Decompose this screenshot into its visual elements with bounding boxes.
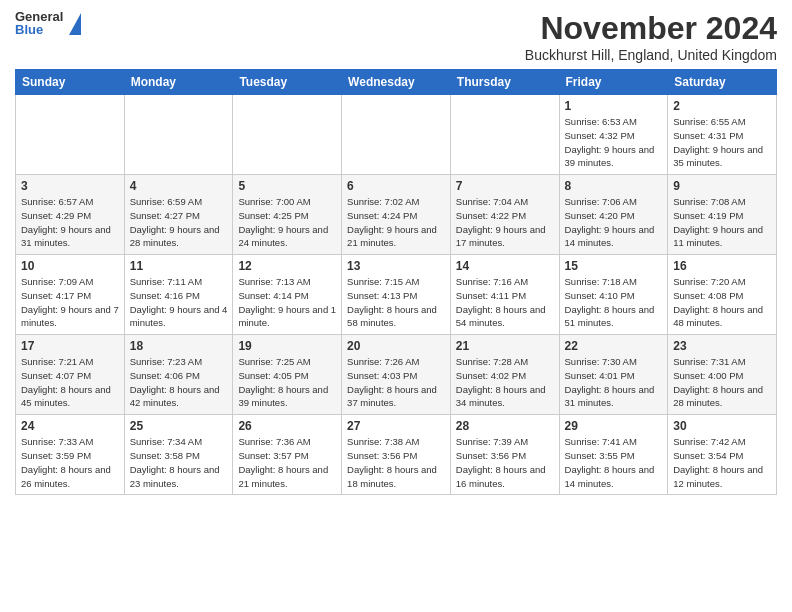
day-info: Sunrise: 7:38 AM Sunset: 3:56 PM Dayligh…: [347, 435, 445, 490]
calendar-cell: 13Sunrise: 7:15 AM Sunset: 4:13 PM Dayli…: [342, 255, 451, 335]
day-number: 12: [238, 259, 336, 273]
calendar-cell: 14Sunrise: 7:16 AM Sunset: 4:11 PM Dayli…: [450, 255, 559, 335]
calendar-cell: 19Sunrise: 7:25 AM Sunset: 4:05 PM Dayli…: [233, 335, 342, 415]
day-number: 19: [238, 339, 336, 353]
calendar-cell: 9Sunrise: 7:08 AM Sunset: 4:19 PM Daylig…: [668, 175, 777, 255]
calendar-cell: 16Sunrise: 7:20 AM Sunset: 4:08 PM Dayli…: [668, 255, 777, 335]
day-info: Sunrise: 7:31 AM Sunset: 4:00 PM Dayligh…: [673, 355, 771, 410]
day-number: 3: [21, 179, 119, 193]
calendar-cell: [233, 95, 342, 175]
day-info: Sunrise: 7:23 AM Sunset: 4:06 PM Dayligh…: [130, 355, 228, 410]
day-info: Sunrise: 6:59 AM Sunset: 4:27 PM Dayligh…: [130, 195, 228, 250]
day-number: 4: [130, 179, 228, 193]
day-number: 8: [565, 179, 663, 193]
day-number: 10: [21, 259, 119, 273]
calendar-cell: 25Sunrise: 7:34 AM Sunset: 3:58 PM Dayli…: [124, 415, 233, 495]
location: Buckhurst Hill, England, United Kingdom: [525, 47, 777, 63]
day-number: 26: [238, 419, 336, 433]
calendar-cell: 23Sunrise: 7:31 AM Sunset: 4:00 PM Dayli…: [668, 335, 777, 415]
week-row-1: 1Sunrise: 6:53 AM Sunset: 4:32 PM Daylig…: [16, 95, 777, 175]
day-info: Sunrise: 7:36 AM Sunset: 3:57 PM Dayligh…: [238, 435, 336, 490]
day-number: 16: [673, 259, 771, 273]
day-info: Sunrise: 7:15 AM Sunset: 4:13 PM Dayligh…: [347, 275, 445, 330]
day-info: Sunrise: 7:02 AM Sunset: 4:24 PM Dayligh…: [347, 195, 445, 250]
calendar-cell: 21Sunrise: 7:28 AM Sunset: 4:02 PM Dayli…: [450, 335, 559, 415]
calendar-cell: 10Sunrise: 7:09 AM Sunset: 4:17 PM Dayli…: [16, 255, 125, 335]
main-container: General Blue November 2024 Buckhurst Hil…: [0, 0, 792, 500]
day-info: Sunrise: 7:33 AM Sunset: 3:59 PM Dayligh…: [21, 435, 119, 490]
logo: General Blue: [15, 10, 81, 36]
day-number: 29: [565, 419, 663, 433]
day-number: 30: [673, 419, 771, 433]
day-info: Sunrise: 7:42 AM Sunset: 3:54 PM Dayligh…: [673, 435, 771, 490]
day-info: Sunrise: 7:28 AM Sunset: 4:02 PM Dayligh…: [456, 355, 554, 410]
week-row-5: 24Sunrise: 7:33 AM Sunset: 3:59 PM Dayli…: [16, 415, 777, 495]
day-number: 11: [130, 259, 228, 273]
day-number: 25: [130, 419, 228, 433]
day-info: Sunrise: 7:20 AM Sunset: 4:08 PM Dayligh…: [673, 275, 771, 330]
calendar-cell: 30Sunrise: 7:42 AM Sunset: 3:54 PM Dayli…: [668, 415, 777, 495]
day-number: 1: [565, 99, 663, 113]
title-block: November 2024 Buckhurst Hill, England, U…: [525, 10, 777, 63]
logo-triangle-icon: [69, 13, 81, 35]
day-info: Sunrise: 7:00 AM Sunset: 4:25 PM Dayligh…: [238, 195, 336, 250]
calendar-cell: 8Sunrise: 7:06 AM Sunset: 4:20 PM Daylig…: [559, 175, 668, 255]
day-number: 21: [456, 339, 554, 353]
day-info: Sunrise: 6:57 AM Sunset: 4:29 PM Dayligh…: [21, 195, 119, 250]
calendar-table: Sunday Monday Tuesday Wednesday Thursday…: [15, 69, 777, 495]
logo-text: General Blue: [15, 10, 63, 36]
day-info: Sunrise: 7:30 AM Sunset: 4:01 PM Dayligh…: [565, 355, 663, 410]
calendar-cell: 28Sunrise: 7:39 AM Sunset: 3:56 PM Dayli…: [450, 415, 559, 495]
day-info: Sunrise: 7:11 AM Sunset: 4:16 PM Dayligh…: [130, 275, 228, 330]
col-thursday: Thursday: [450, 70, 559, 95]
day-info: Sunrise: 7:34 AM Sunset: 3:58 PM Dayligh…: [130, 435, 228, 490]
day-info: Sunrise: 7:16 AM Sunset: 4:11 PM Dayligh…: [456, 275, 554, 330]
day-number: 2: [673, 99, 771, 113]
day-info: Sunrise: 7:21 AM Sunset: 4:07 PM Dayligh…: [21, 355, 119, 410]
calendar-cell: 26Sunrise: 7:36 AM Sunset: 3:57 PM Dayli…: [233, 415, 342, 495]
calendar-cell: [342, 95, 451, 175]
day-info: Sunrise: 7:18 AM Sunset: 4:10 PM Dayligh…: [565, 275, 663, 330]
day-number: 18: [130, 339, 228, 353]
calendar-cell: 1Sunrise: 6:53 AM Sunset: 4:32 PM Daylig…: [559, 95, 668, 175]
calendar-cell: 18Sunrise: 7:23 AM Sunset: 4:06 PM Dayli…: [124, 335, 233, 415]
calendar-cell: [450, 95, 559, 175]
day-info: Sunrise: 7:06 AM Sunset: 4:20 PM Dayligh…: [565, 195, 663, 250]
col-monday: Monday: [124, 70, 233, 95]
calendar-cell: 7Sunrise: 7:04 AM Sunset: 4:22 PM Daylig…: [450, 175, 559, 255]
day-info: Sunrise: 6:55 AM Sunset: 4:31 PM Dayligh…: [673, 115, 771, 170]
calendar-cell: 2Sunrise: 6:55 AM Sunset: 4:31 PM Daylig…: [668, 95, 777, 175]
day-number: 5: [238, 179, 336, 193]
day-number: 13: [347, 259, 445, 273]
day-info: Sunrise: 7:04 AM Sunset: 4:22 PM Dayligh…: [456, 195, 554, 250]
day-number: 22: [565, 339, 663, 353]
calendar-cell: 17Sunrise: 7:21 AM Sunset: 4:07 PM Dayli…: [16, 335, 125, 415]
week-row-3: 10Sunrise: 7:09 AM Sunset: 4:17 PM Dayli…: [16, 255, 777, 335]
calendar-cell: 5Sunrise: 7:00 AM Sunset: 4:25 PM Daylig…: [233, 175, 342, 255]
month-title: November 2024: [525, 10, 777, 47]
day-info: Sunrise: 7:26 AM Sunset: 4:03 PM Dayligh…: [347, 355, 445, 410]
logo-blue: Blue: [15, 23, 63, 36]
calendar-cell: 12Sunrise: 7:13 AM Sunset: 4:14 PM Dayli…: [233, 255, 342, 335]
day-info: Sunrise: 6:53 AM Sunset: 4:32 PM Dayligh…: [565, 115, 663, 170]
calendar-cell: 27Sunrise: 7:38 AM Sunset: 3:56 PM Dayli…: [342, 415, 451, 495]
calendar-cell: 24Sunrise: 7:33 AM Sunset: 3:59 PM Dayli…: [16, 415, 125, 495]
col-friday: Friday: [559, 70, 668, 95]
day-number: 28: [456, 419, 554, 433]
day-number: 15: [565, 259, 663, 273]
day-number: 27: [347, 419, 445, 433]
calendar-cell: 20Sunrise: 7:26 AM Sunset: 4:03 PM Dayli…: [342, 335, 451, 415]
calendar-cell: 4Sunrise: 6:59 AM Sunset: 4:27 PM Daylig…: [124, 175, 233, 255]
day-number: 24: [21, 419, 119, 433]
day-info: Sunrise: 7:25 AM Sunset: 4:05 PM Dayligh…: [238, 355, 336, 410]
col-saturday: Saturday: [668, 70, 777, 95]
day-number: 14: [456, 259, 554, 273]
calendar-cell: 15Sunrise: 7:18 AM Sunset: 4:10 PM Dayli…: [559, 255, 668, 335]
day-number: 9: [673, 179, 771, 193]
day-number: 23: [673, 339, 771, 353]
day-info: Sunrise: 7:09 AM Sunset: 4:17 PM Dayligh…: [21, 275, 119, 330]
calendar-cell: 29Sunrise: 7:41 AM Sunset: 3:55 PM Dayli…: [559, 415, 668, 495]
calendar-cell: 6Sunrise: 7:02 AM Sunset: 4:24 PM Daylig…: [342, 175, 451, 255]
day-number: 17: [21, 339, 119, 353]
day-info: Sunrise: 7:08 AM Sunset: 4:19 PM Dayligh…: [673, 195, 771, 250]
